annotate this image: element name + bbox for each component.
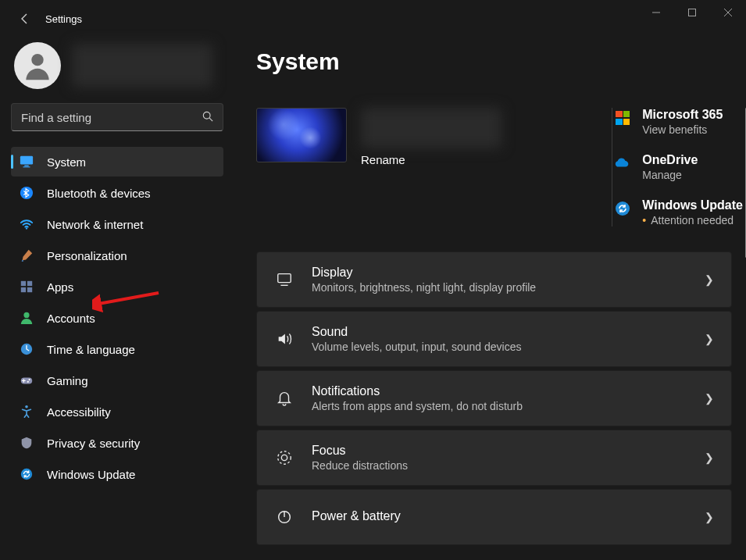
nav-accessibility[interactable]: Accessibility <box>11 397 223 426</box>
info-title: Windows Update <box>642 198 743 212</box>
account-block[interactable] <box>11 42 223 89</box>
ms365-icon <box>614 109 631 127</box>
svg-rect-7 <box>23 166 30 167</box>
nav-bluetooth[interactable]: Bluetooth & devices <box>11 178 223 208</box>
nav-accounts[interactable]: Accounts <box>11 303 223 333</box>
maximize-button[interactable] <box>674 0 710 25</box>
device-name-redacted <box>361 108 501 148</box>
nav-apps[interactable]: Apps <box>11 272 223 301</box>
nav-gaming[interactable]: Gaming <box>11 366 223 395</box>
onedrive-icon <box>614 155 631 172</box>
nav-label: System <box>47 155 86 169</box>
chevron-right-icon: ❯ <box>705 333 714 345</box>
svg-point-3 <box>203 112 210 119</box>
nav-label: Network & internet <box>47 218 143 231</box>
power-icon <box>274 507 294 527</box>
svg-point-2 <box>31 54 43 66</box>
sidebar: System Bluetooth & devices Network & int… <box>0 37 234 560</box>
app-title: Settings <box>45 13 82 25</box>
gamepad-icon <box>19 373 34 388</box>
setting-title: Focus <box>312 444 687 458</box>
close-button[interactable] <box>710 0 746 25</box>
clock-icon <box>19 341 34 357</box>
setting-focus[interactable]: Focus Reduce distractions ❯ <box>256 430 732 486</box>
nav-label: Gaming <box>47 374 88 387</box>
accessibility-icon <box>19 404 34 419</box>
info-sub: View benefits <box>642 123 723 136</box>
brush-icon <box>19 248 34 263</box>
nav-network[interactable]: Network & internet <box>11 209 223 239</box>
chevron-right-icon: ❯ <box>705 392 714 405</box>
setting-display[interactable]: Display Monitors, brightness, night ligh… <box>256 251 732 308</box>
focus-icon <box>274 448 294 468</box>
info-title: OneDrive <box>642 153 698 167</box>
setting-title: Notifications <box>312 384 687 398</box>
nav-time-language[interactable]: Time & language <box>11 334 223 364</box>
chevron-right-icon: ❯ <box>705 451 714 464</box>
nav-label: Apps <box>47 280 73 294</box>
nav-windows-update[interactable]: Windows Update <box>11 459 223 489</box>
minimize-button[interactable] <box>638 0 674 25</box>
setting-sub: Alerts from apps and system, do not dist… <box>312 400 687 412</box>
rename-link[interactable]: Rename <box>361 153 501 166</box>
nav-label: Personalization <box>47 249 127 262</box>
update-icon <box>19 466 34 482</box>
setting-notifications[interactable]: Notifications Alerts from apps and syste… <box>256 370 732 426</box>
person-icon <box>19 310 34 326</box>
nav-privacy[interactable]: Privacy & security <box>11 428 223 458</box>
info-cards: Microsoft 365 View benefits OneDrive Man… <box>612 108 746 226</box>
nav-personalization[interactable]: Personalization <box>11 241 223 270</box>
monitor-icon <box>19 154 34 169</box>
svg-line-4 <box>209 118 212 121</box>
svg-rect-6 <box>24 166 28 166</box>
nav-label: Bluetooth & devices <box>47 187 151 200</box>
chevron-right-icon: ❯ <box>705 511 714 523</box>
svg-rect-5 <box>20 156 33 165</box>
bluetooth-icon <box>19 185 34 201</box>
sound-icon <box>274 329 294 349</box>
svg-point-21 <box>616 202 630 216</box>
display-icon <box>274 269 294 290</box>
setting-sub: Monitors, brightness, night light, displ… <box>312 281 687 294</box>
settings-list: Display Monitors, brightness, night ligh… <box>256 251 746 545</box>
svg-rect-10 <box>21 281 26 286</box>
setting-sound[interactable]: Sound Volume levels, output, input, soun… <box>256 311 732 367</box>
setting-power[interactable]: Power & battery ❯ <box>256 489 732 545</box>
svg-point-24 <box>278 451 291 465</box>
nav-label: Time & language <box>47 343 135 356</box>
svg-point-17 <box>29 379 30 380</box>
device-block: Rename <box>256 108 501 226</box>
info-title: Microsoft 365 <box>642 108 723 122</box>
svg-rect-22 <box>278 274 291 283</box>
back-button[interactable] <box>16 9 34 28</box>
setting-sub: Volume levels, output, input, sound devi… <box>312 341 687 353</box>
device-thumbnail <box>256 108 347 162</box>
svg-point-18 <box>27 381 29 383</box>
setting-sub: Reduce distractions <box>312 459 687 472</box>
info-windows-update[interactable]: Windows Update Attention needed <box>612 198 743 226</box>
svg-point-9 <box>26 227 27 229</box>
svg-point-19 <box>25 405 28 408</box>
wifi-icon <box>19 216 34 232</box>
info-onedrive[interactable]: OneDrive Manage <box>612 153 743 181</box>
svg-rect-11 <box>27 281 32 286</box>
setting-title: Power & battery <box>312 509 687 523</box>
info-sub: Attention needed <box>642 214 743 226</box>
svg-rect-13 <box>27 287 32 292</box>
search-icon <box>202 111 213 124</box>
info-microsoft365[interactable]: Microsoft 365 View benefits <box>612 108 743 136</box>
svg-point-20 <box>21 469 32 480</box>
page-title: System <box>256 48 746 75</box>
nav-label: Accessibility <box>47 405 111 419</box>
svg-rect-1 <box>689 9 696 16</box>
search-input[interactable] <box>21 111 202 124</box>
avatar <box>14 42 61 89</box>
search-box[interactable] <box>11 103 223 131</box>
nav-label: Accounts <box>47 312 95 325</box>
nav: System Bluetooth & devices Network & int… <box>11 147 223 489</box>
svg-point-25 <box>281 455 287 460</box>
apps-icon <box>19 279 34 294</box>
svg-rect-12 <box>21 287 26 292</box>
nav-system[interactable]: System <box>11 147 223 177</box>
setting-title: Display <box>312 266 687 280</box>
